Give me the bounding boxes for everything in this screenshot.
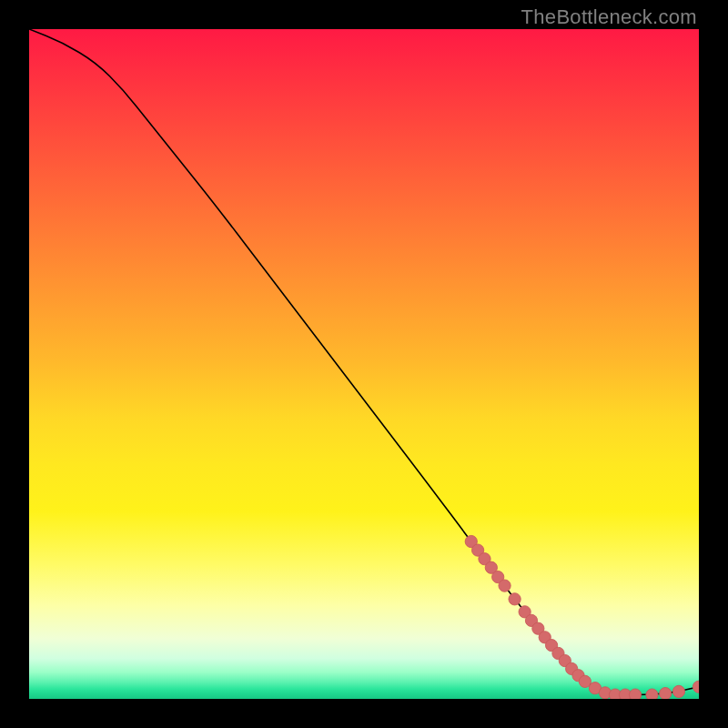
watermark-text: TheBottleneck.com (521, 5, 697, 29)
chart-container: TheBottleneck.com (0, 0, 728, 728)
plot-area (29, 29, 699, 699)
background-gradient (29, 29, 699, 699)
